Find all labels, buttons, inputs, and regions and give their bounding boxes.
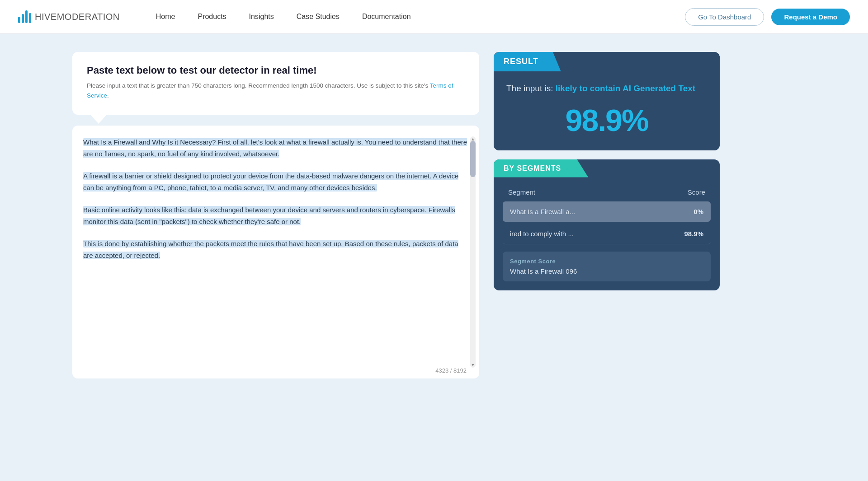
nav-link-documentation[interactable]: Documentation	[362, 13, 411, 21]
segment-score-footer-label: Segment Score	[510, 258, 703, 265]
left-panel: Paste text below to test our detector in…	[72, 52, 479, 378]
segment-score-0: 0%	[693, 208, 703, 215]
segments-header-label: BY SEGMENTS	[504, 164, 561, 172]
logo-bar-3	[25, 10, 28, 23]
speech-bubble-arrow	[90, 115, 107, 124]
main-content: Paste text below to test our detector in…	[0, 34, 868, 397]
text-area-container[interactable]: What Is a Firewall and Why Is it Necessa…	[72, 126, 479, 378]
logo-bar-2	[22, 14, 24, 23]
result-header-label: RESULT	[504, 57, 538, 66]
nav-link-products[interactable]: Products	[198, 13, 226, 21]
nav-links: Home Products Insights Case Studies Docu…	[156, 13, 685, 21]
segment-name-0: What Is a Firewall a...	[510, 208, 575, 215]
result-verdict-highlight: likely to contain AI Generated Text	[556, 84, 695, 93]
result-verdict: The input is: likely to contain AI Gener…	[506, 82, 707, 95]
nav-link-insights[interactable]: Insights	[249, 13, 274, 21]
nav-link-case-studies[interactable]: Case Studies	[297, 13, 340, 21]
col-segment: Segment	[508, 188, 535, 196]
result-verdict-prefix: The input is:	[506, 84, 556, 93]
segment-row-0[interactable]: What Is a Firewall a... 0%	[503, 201, 711, 222]
logo-icon	[18, 10, 31, 23]
logo[interactable]: HIVEMODERATION	[18, 10, 120, 23]
nav-actions: Go To Dashboard Request a Demo	[685, 8, 850, 26]
segments-body: Segment Score What Is a Firewall a... 0%…	[494, 177, 720, 290]
text-paragraph-3: Basic online activity looks like this: d…	[83, 204, 468, 227]
segment-score-1: 98.9%	[684, 230, 703, 238]
segments-card: BY SEGMENTS Segment Score What Is a Fire…	[494, 159, 720, 290]
segments-col-headers: Segment Score	[503, 185, 711, 200]
char-count: 4323 / 8192	[435, 367, 467, 374]
instructions-title: Paste text below to test our detector in…	[87, 65, 465, 76]
go-to-dashboard-button[interactable]: Go To Dashboard	[685, 8, 764, 26]
result-percentage: 98.9%	[506, 103, 707, 138]
request-demo-button[interactable]: Request a Demo	[771, 9, 850, 25]
highlighted-text-2: A firewall is a barrier or shield design…	[83, 172, 458, 191]
text-paragraph-2: A firewall is a barrier or shield design…	[83, 170, 468, 193]
text-paragraph-4: This is done by establishing whether the…	[83, 238, 468, 261]
nav-link-home[interactable]: Home	[156, 13, 175, 21]
highlighted-text-4: This is done by establishing whether the…	[83, 240, 458, 259]
text-paragraph-1: What Is a Firewall and Why Is it Necessa…	[83, 136, 468, 159]
logo-bar-1	[18, 17, 20, 23]
highlighted-text-3: Basic online activity looks like this: d…	[83, 206, 455, 225]
col-score: Score	[688, 188, 705, 196]
segment-row-1[interactable]: ired to comply with ... 98.9%	[503, 224, 711, 244]
scrollbar-container[interactable]: ▲ ▼	[470, 136, 476, 368]
scrollbar-thumb[interactable]	[470, 141, 476, 177]
instructions-box: Paste text below to test our detector in…	[72, 52, 479, 115]
instructions-text: Please input a text that is greater than…	[87, 81, 465, 100]
text-content[interactable]: What Is a Firewall and Why Is it Necessa…	[83, 136, 468, 358]
highlighted-text-1: What Is a Firewall and Why Is it Necessa…	[83, 138, 467, 158]
segment-name-1: ired to comply with ...	[510, 230, 574, 238]
scroll-down-arrow[interactable]: ▼	[470, 362, 476, 368]
logo-bar-4	[29, 13, 31, 23]
result-card: RESULT The input is: likely to contain A…	[494, 52, 720, 150]
segment-score-footer: Segment Score What Is a Firewall 096	[503, 252, 711, 281]
segment-score-footer-text: What Is a Firewall 096	[510, 267, 703, 275]
right-panel: RESULT The input is: likely to contain A…	[494, 52, 720, 378]
logo-text: HIVEMODERATION	[35, 12, 120, 22]
navbar: HIVEMODERATION Home Products Insights Ca…	[0, 0, 868, 34]
result-body: The input is: likely to contain AI Gener…	[494, 71, 720, 150]
